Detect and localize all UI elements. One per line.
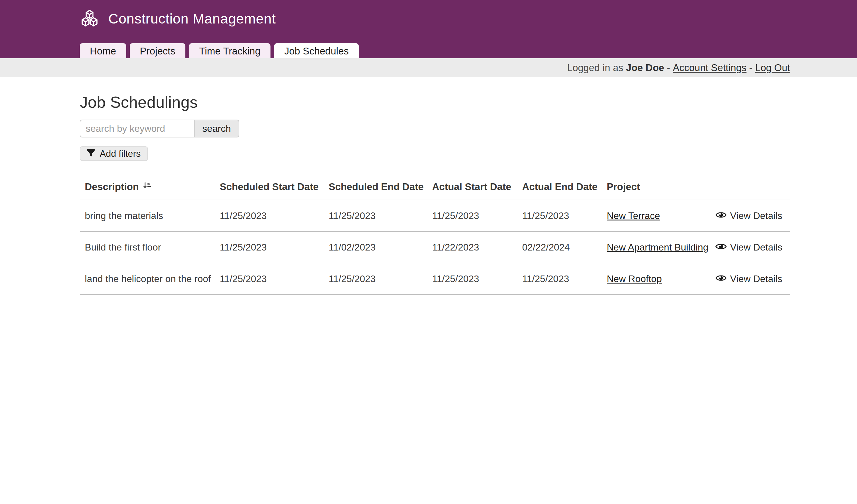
cell-actual-end: 11/25/2023 bbox=[517, 263, 602, 295]
cell-description: land the helicopter on the roof bbox=[80, 263, 215, 295]
cell-description: bring the materials bbox=[80, 200, 215, 232]
cell-actions: View Details bbox=[717, 200, 790, 232]
cell-project: New Apartment Building bbox=[602, 232, 717, 263]
main-content: Job Schedulings search Add filters Descr… bbox=[0, 93, 857, 295]
app-header: Construction Management Home Projects Ti… bbox=[0, 0, 857, 58]
column-header-description[interactable]: Description bbox=[80, 174, 215, 200]
cell-actual-end: 02/22/2024 bbox=[517, 232, 602, 263]
tab-time-tracking[interactable]: Time Tracking bbox=[189, 43, 270, 58]
cell-actions: View Details bbox=[717, 263, 790, 295]
cell-scheduled-start: 11/25/2023 bbox=[215, 263, 324, 295]
brand: Construction Management bbox=[0, 0, 857, 27]
username: Joe Doe bbox=[626, 62, 664, 73]
separator: - bbox=[667, 62, 670, 73]
table-row: bring the materials 11/25/2023 11/25/202… bbox=[80, 200, 790, 232]
tab-home[interactable]: Home bbox=[80, 43, 126, 58]
funnel-icon bbox=[87, 149, 95, 159]
view-details-label: View Details bbox=[730, 273, 782, 284]
column-header-actual-start[interactable]: Actual Start Date bbox=[427, 174, 517, 200]
search-input[interactable] bbox=[80, 120, 195, 137]
user-bar: Logged in as Joe Doe - Account Settings … bbox=[0, 58, 857, 77]
filters-row: Add filters bbox=[80, 146, 790, 161]
app-title: Construction Management bbox=[108, 11, 276, 27]
account-settings-link[interactable]: Account Settings bbox=[673, 62, 746, 73]
cell-actual-end: 11/25/2023 bbox=[517, 200, 602, 232]
cell-scheduled-end: 11/02/2023 bbox=[324, 232, 427, 263]
sort-amount-down-icon[interactable] bbox=[142, 181, 151, 192]
cell-actual-start: 11/25/2023 bbox=[427, 200, 517, 232]
cell-actual-start: 11/25/2023 bbox=[427, 263, 517, 295]
view-details-link[interactable]: View Details bbox=[722, 242, 782, 253]
project-link[interactable]: New Apartment Building bbox=[607, 242, 708, 253]
cell-scheduled-end: 11/25/2023 bbox=[324, 200, 427, 232]
cell-project: New Terrace bbox=[602, 200, 717, 232]
job-schedules-table: Description Scheduled Start Dat bbox=[80, 174, 790, 295]
project-link[interactable]: New Rooftop bbox=[607, 273, 662, 284]
project-link[interactable]: New Terrace bbox=[607, 211, 660, 221]
column-header-actual-end[interactable]: Actual End Date bbox=[517, 174, 602, 200]
view-details-link[interactable]: View Details bbox=[722, 211, 782, 221]
column-header-project[interactable]: Project bbox=[602, 174, 717, 200]
search-button[interactable]: search bbox=[194, 120, 239, 137]
cell-scheduled-end: 11/25/2023 bbox=[324, 263, 427, 295]
eye-icon bbox=[716, 211, 727, 221]
logged-in-label: Logged in as bbox=[567, 62, 623, 73]
cell-description: Build the first floor bbox=[80, 232, 215, 263]
cell-scheduled-start: 11/25/2023 bbox=[215, 200, 324, 232]
search-row: search bbox=[80, 120, 790, 137]
add-filters-label: Add filters bbox=[100, 149, 141, 159]
tab-job-schedules[interactable]: Job Schedules bbox=[274, 43, 358, 58]
separator: - bbox=[749, 62, 753, 73]
column-header-actions bbox=[717, 174, 790, 200]
eye-icon bbox=[716, 242, 727, 253]
cell-project: New Rooftop bbox=[602, 263, 717, 295]
table-row: Build the first floor 11/25/2023 11/02/2… bbox=[80, 232, 790, 263]
view-details-link[interactable]: View Details bbox=[722, 273, 782, 284]
add-filters-button[interactable]: Add filters bbox=[80, 146, 148, 161]
view-details-label: View Details bbox=[730, 242, 782, 253]
cell-actual-start: 11/22/2023 bbox=[427, 232, 517, 263]
log-out-link[interactable]: Log Out bbox=[755, 62, 790, 73]
eye-icon bbox=[716, 273, 727, 284]
column-header-scheduled-end[interactable]: Scheduled End Date bbox=[324, 174, 427, 200]
cubes-icon bbox=[80, 10, 99, 27]
cell-scheduled-start: 11/25/2023 bbox=[215, 232, 324, 263]
cell-actions: View Details bbox=[717, 232, 790, 263]
column-header-scheduled-start[interactable]: Scheduled Start Date bbox=[215, 174, 324, 200]
page-title: Job Schedulings bbox=[80, 93, 790, 111]
view-details-label: View Details bbox=[730, 211, 782, 221]
table-row: land the helicopter on the roof 11/25/20… bbox=[80, 263, 790, 295]
main-nav: Home Projects Time Tracking Job Schedule… bbox=[80, 43, 359, 58]
table-header-row: Description Scheduled Start Dat bbox=[80, 174, 790, 200]
tab-projects[interactable]: Projects bbox=[130, 43, 185, 58]
